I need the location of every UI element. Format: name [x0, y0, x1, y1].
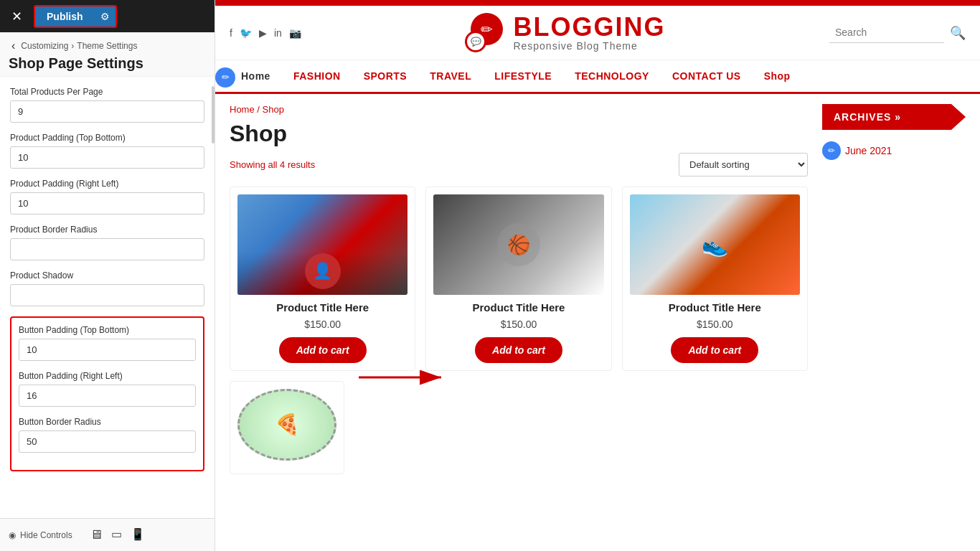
nav-fashion[interactable]: FASHION	[282, 60, 352, 92]
add-to-cart-button[interactable]: Add to cart	[671, 337, 758, 363]
nav-lifestyle[interactable]: LIFESTYLE	[483, 60, 563, 92]
btn-padding-tb-input[interactable]	[19, 339, 196, 361]
tablet-icon[interactable]: ▭	[111, 527, 122, 542]
btn-padding-rl-label: Button Padding (Right Left)	[19, 371, 196, 381]
breadcrumb-area: ‹ Customizing › Theme Settings Shop Page…	[0, 32, 215, 77]
products-grid: 👤 Product Title Here $150.00 Add to cart…	[230, 187, 808, 371]
panel-content: Total Products Per Page Product Padding …	[0, 77, 215, 518]
product-padding-tb-input[interactable]	[10, 146, 204, 169]
shop-results-row: Showing all 4 results Default sorting So…	[230, 153, 808, 176]
product-title: Product Title Here	[630, 301, 800, 315]
site-header: f 🐦 ▶ in 📷 ✏ 💬 BLOGGING Responsive Blog …	[215, 6, 980, 60]
twitter-icon[interactable]: 🐦	[240, 27, 252, 39]
red-top-stripe	[215, 0, 980, 6]
gear-button[interactable]: ⚙	[95, 6, 116, 27]
product-padding-rl-input[interactable]	[10, 192, 204, 215]
product-card: 👤 Product Title Here $150.00 Add to cart	[230, 187, 415, 371]
product-padding-tb-field: Product Padding (Top Bottom)	[10, 133, 204, 169]
sidebar-edit-circle[interactable]: ✏	[822, 141, 841, 160]
instagram-icon[interactable]: 📷	[289, 27, 301, 39]
linkedin-icon[interactable]: in	[274, 27, 282, 39]
nav-home[interactable]: Home	[230, 60, 282, 92]
facebook-icon[interactable]: f	[230, 27, 232, 39]
nav-contact[interactable]: CONTACT US	[661, 60, 753, 92]
showing-results: Showing all 4 results	[230, 159, 315, 170]
mobile-icon[interactable]: 📱	[131, 527, 145, 542]
btn-padding-rl-field: Button Padding (Right Left)	[19, 371, 196, 407]
product-card: 👟 Product Title Here $150.00 Add to cart	[622, 187, 808, 371]
desktop-icon[interactable]: 🖥	[90, 527, 103, 542]
search-button[interactable]: 🔍	[950, 25, 966, 41]
total-products-input[interactable]	[10, 100, 204, 123]
product-image-1: 👤	[237, 194, 407, 295]
site-preview: f 🐦 ▶ in 📷 ✏ 💬 BLOGGING Responsive Blog …	[215, 0, 980, 551]
youtube-icon[interactable]: ▶	[259, 27, 267, 39]
hide-controls-toggle[interactable]: ◉ Hide Controls	[9, 530, 72, 540]
scroll-indicator	[212, 86, 215, 143]
main-content: Home / Shop Shop Showing all 4 results D…	[215, 94, 980, 484]
breadcrumb: Customizing › Theme Settings	[21, 41, 137, 51]
nav-travel[interactable]: TRAVEL	[418, 60, 483, 92]
nav-shop[interactable]: Shop	[753, 60, 802, 92]
breadcrumb-theme-settings[interactable]: Theme Settings	[77, 41, 137, 51]
hide-controls-icon: ◉	[9, 530, 16, 540]
sidebar-right: ARCHIVES » ✏ June 2021	[822, 104, 966, 474]
add-to-cart-button[interactable]: Add to cart	[279, 337, 367, 363]
product-border-radius-field: Product Border Radius	[10, 225, 204, 260]
product-border-radius-input[interactable]	[10, 238, 204, 260]
site-nav: Home FASHION SPORTS TRAVEL LIFESTYLE TEC…	[215, 60, 980, 94]
total-products-field: Total Products Per Page	[10, 87, 204, 123]
btn-border-radius-input[interactable]	[19, 430, 196, 453]
nav-sports[interactable]: SPORTS	[352, 60, 419, 92]
site-logo-area: ✏ 💬 BLOGGING Responsive Blog Theme	[316, 13, 815, 52]
product-price: $150.00	[630, 319, 800, 330]
logo-text-area: BLOGGING Responsive Blog Theme	[513, 14, 665, 52]
close-button[interactable]: ✕	[6, 6, 28, 27]
product-title: Product Title Here	[237, 301, 407, 315]
shop-breadcrumb: Home / Shop	[230, 104, 808, 115]
product-shadow-field: Product Shadow	[10, 270, 204, 306]
btn-border-radius-field: Button Border Radius	[19, 417, 196, 453]
logo-icon: ✏ 💬	[465, 13, 504, 52]
product-image-3: 👟	[630, 194, 800, 295]
sidebar-pencil-wrap: ✏ June 2021	[822, 141, 966, 160]
breadcrumb-customizing[interactable]: Customizing	[21, 41, 68, 51]
search-input[interactable]	[829, 22, 944, 43]
shop-title: Shop	[230, 121, 808, 147]
product-padding-rl-field: Product Padding (Right Left)	[10, 179, 204, 215]
product-price: $150.00	[433, 319, 603, 330]
back-button[interactable]: ‹	[9, 39, 18, 52]
logo-title: BLOGGING	[513, 14, 665, 40]
products-row-2: 🍕	[230, 381, 808, 474]
total-products-label: Total Products Per Page	[10, 87, 204, 97]
sort-select[interactable]: Default sorting Sort by price: low to hi…	[679, 153, 808, 176]
nav-edit-circle[interactable]: ✏	[215, 67, 235, 88]
product-price: $150.00	[237, 319, 407, 330]
btn-padding-rl-input[interactable]	[19, 385, 196, 407]
breadcrumb-separator: ›	[71, 41, 74, 51]
product-title: Product Title Here	[433, 301, 603, 315]
nav-technology[interactable]: TECHNOLOGY	[563, 60, 661, 92]
product-padding-tb-label: Product Padding (Top Bottom)	[10, 133, 204, 143]
panel-footer: ◉ Hide Controls 🖥 ▭ 📱	[0, 518, 215, 551]
archives-button[interactable]: ARCHIVES »	[822, 104, 966, 130]
social-icons: f 🐦 ▶ in 📷	[230, 27, 301, 39]
customizer-panel: ✕ Publish ⚙ ‹ Customizing › Theme Settin…	[0, 0, 215, 551]
product-image-2: 🏀	[433, 194, 603, 295]
product-shadow-input[interactable]	[10, 284, 204, 306]
product-image-4: 🍕	[237, 389, 336, 461]
product-card-4: 🍕	[230, 381, 344, 474]
hide-controls-label: Hide Controls	[20, 530, 72, 540]
archives-month[interactable]: June 2021	[845, 145, 892, 156]
btn-padding-tb-label: Button Padding (Top Bottom)	[19, 325, 196, 335]
shop-area: Home / Shop Shop Showing all 4 results D…	[230, 104, 808, 474]
product-shadow-label: Product Shadow	[10, 270, 204, 281]
add-to-cart-button[interactable]: Add to cart	[475, 337, 562, 363]
btn-padding-tb-field: Button Padding (Top Bottom)	[19, 325, 196, 361]
search-area: 🔍	[829, 22, 966, 43]
page-title: Shop Page Settings	[9, 55, 206, 72]
device-icons: 🖥 ▭ 📱	[90, 527, 145, 542]
logo-subtitle: Responsive Blog Theme	[513, 40, 665, 52]
publish-button[interactable]: Publish	[35, 6, 95, 27]
btn-border-radius-label: Button Border Radius	[19, 417, 196, 427]
